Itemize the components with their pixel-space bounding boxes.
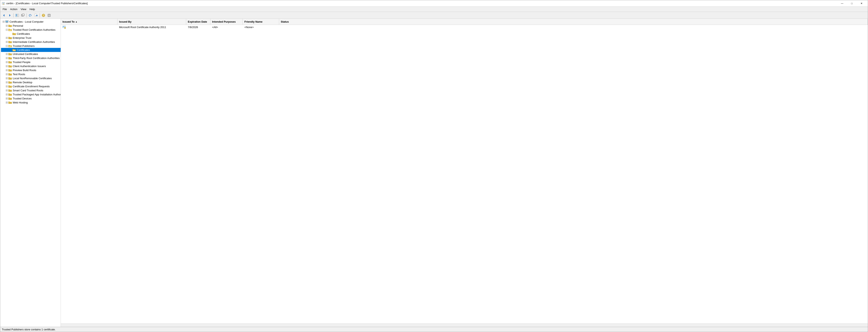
sidebar-item-cert-enrollment[interactable]: Certificate Enrollment Requests	[1, 84, 61, 88]
header-friendly-name[interactable]: Friendly Name	[243, 19, 279, 25]
trusted-publishers-certs-expander[interactable]	[9, 48, 12, 52]
client-auth-expander[interactable]	[5, 64, 8, 68]
enterprise-trust-folder-icon	[8, 36, 12, 39]
tree-root-node[interactable]: Certificates - Local Computer	[1, 20, 61, 24]
sidebar-item-trusted-publishers-certs[interactable]: Certificates	[1, 48, 61, 52]
cert-row-icon	[62, 26, 66, 29]
app-icon	[2, 2, 5, 5]
help-button[interactable]: ?	[41, 13, 46, 18]
maximize-button[interactable]: □	[847, 1, 857, 6]
sidebar-item-trusted-packaged[interactable]: Trusted Packaged App Installation Author…	[1, 92, 61, 96]
sidebar-item-trusted-publishers[interactable]: Trusted Publishers	[1, 44, 61, 48]
smart-card-label: Smart Card Trusted Roots	[13, 89, 43, 92]
refresh-button[interactable]	[28, 13, 33, 18]
svg-rect-29	[6, 21, 8, 22]
web-hosting-expander[interactable]	[5, 101, 8, 104]
remote-desktop-folder-icon	[8, 80, 12, 84]
trusted-devices-folder-icon	[8, 97, 12, 100]
trusted-publishers-expander[interactable]	[5, 44, 8, 47]
export-button[interactable]	[33, 13, 39, 18]
cert-enrollment-label: Certificate Enrollment Requests	[13, 85, 50, 88]
list-header: Issued To ▲ Issued By Expiration Date In…	[61, 19, 868, 25]
list-content: Microsoft Root Certificate Authority 201…	[61, 25, 868, 324]
trusted-publishers-folder-icon	[8, 44, 12, 47]
svg-rect-3	[3, 3, 4, 3]
trusted-packaged-expander[interactable]	[5, 93, 8, 96]
test-roots-label: Test Roots	[13, 73, 25, 76]
sidebar-item-remote-desktop[interactable]: Remote Desktop	[1, 80, 61, 84]
preview-build-expander[interactable]	[5, 68, 8, 72]
sidebar-item-personal[interactable]: Personal	[1, 24, 61, 28]
header-int-purpose[interactable]: Intended Purposes	[211, 19, 243, 25]
sidebar-item-intermediate[interactable]: Intermediate Certification Authorities	[1, 40, 61, 44]
trusted-packaged-label: Trusted Packaged App Installation Author…	[13, 93, 61, 96]
svg-point-2	[3, 4, 4, 4]
header-issued-to[interactable]: Issued To ▲	[61, 19, 118, 25]
untrusted-folder-icon	[8, 52, 12, 56]
header-exp-date[interactable]: Expiration Date	[186, 19, 211, 25]
sidebar-item-preview-build[interactable]: Preview Build Roots	[1, 68, 61, 72]
sidebar-item-trusted-root-certs[interactable]: Certificates	[1, 32, 61, 36]
enterprise-trust-expander[interactable]	[5, 36, 8, 39]
root-computer-icon	[5, 20, 9, 23]
trusted-root-certs-expander[interactable]	[9, 32, 12, 35]
sidebar-item-client-auth[interactable]: Client Authentication Issuers	[1, 64, 61, 68]
trusted-people-expander[interactable]	[5, 60, 8, 64]
sidebar-item-trusted-root[interactable]: Trusted Root Certification Authorities	[1, 28, 61, 32]
sidebar-item-web-hosting[interactable]: Web Hosting	[1, 100, 61, 104]
svg-marker-5	[3, 14, 4, 16]
sort-arrow-issued-to: ▲	[75, 21, 78, 23]
remote-desktop-expander[interactable]	[5, 80, 8, 84]
local-nonremovable-expander[interactable]	[5, 76, 8, 80]
svg-rect-13	[22, 14, 24, 16]
menu-item-help[interactable]: Help	[28, 7, 37, 11]
back-button[interactable]	[1, 13, 7, 18]
test-roots-folder-icon	[8, 72, 12, 76]
untrusted-expander[interactable]	[5, 52, 8, 56]
intermediate-expander[interactable]	[5, 40, 8, 43]
tree-items: Personal Trusted Root Certification Auth…	[1, 24, 61, 104]
table-row[interactable]: Microsoft Root Certificate Authority 201…	[61, 25, 868, 29]
cell-issued-by: Microsoft Root Certificate Authority 201…	[118, 25, 186, 29]
sidebar-item-third-party-root[interactable]: Third-Party Root Certification Authoriti…	[1, 56, 61, 60]
close-button[interactable]: ✕	[857, 1, 866, 6]
header-status[interactable]: Status	[279, 19, 868, 25]
third-party-root-expander[interactable]	[5, 56, 8, 60]
main-area: Certificates - Local Computer Personal T…	[0, 19, 868, 327]
right-panel: Issued To ▲ Issued By Expiration Date In…	[61, 19, 868, 327]
menu-item-action[interactable]: Action	[8, 7, 19, 11]
menu-item-view[interactable]: View	[19, 7, 28, 11]
tree-root-label: Certificates - Local Computer	[9, 20, 43, 23]
header-issued-by[interactable]: Issued By	[118, 19, 186, 25]
sidebar-item-untrusted[interactable]: Untrusted Certificates	[1, 52, 61, 56]
personal-folder-icon	[8, 24, 12, 27]
title-bar: certlm - [Certificates - Local Computer\…	[0, 0, 868, 7]
new-window-button[interactable]	[20, 13, 26, 18]
window-title: certlm - [Certificates - Local Computer\…	[6, 2, 88, 5]
svg-rect-30	[6, 23, 8, 23]
web-hosting-label: Web Hosting	[13, 101, 28, 104]
sidebar-item-smart-card[interactable]: Smart Card Trusted Roots	[1, 88, 61, 92]
preview-build-folder-icon	[8, 68, 12, 72]
trusted-root-expander[interactable]	[5, 28, 8, 31]
personal-expander[interactable]	[5, 24, 8, 27]
sidebar-item-trusted-devices[interactable]: Trusted Devices	[1, 96, 61, 100]
cert-enrollment-expander[interactable]	[5, 85, 8, 88]
enterprise-trust-label: Enterprise Trust	[13, 36, 31, 39]
minimize-button[interactable]: —	[837, 1, 847, 6]
forward-button[interactable]	[7, 13, 12, 18]
menu-item-file[interactable]: File	[1, 7, 8, 11]
properties-button[interactable]	[46, 13, 52, 18]
trusted-devices-expander[interactable]	[5, 97, 8, 100]
sidebar-item-test-roots[interactable]: Test Roots	[1, 72, 61, 76]
status-bar: Trusted Publishers store contains 1 cert…	[0, 327, 868, 332]
horizontal-scrollbar[interactable]	[61, 324, 868, 327]
smart-card-expander[interactable]	[5, 89, 8, 92]
show-hide-button[interactable]	[14, 13, 20, 18]
cell-int-purpose: <All>	[211, 25, 243, 29]
svg-point-88	[64, 27, 66, 29]
sidebar-item-enterprise-trust[interactable]: Enterprise Trust	[1, 36, 61, 40]
test-roots-expander[interactable]	[5, 72, 8, 76]
sidebar-item-trusted-people[interactable]: Trusted People	[1, 60, 61, 64]
sidebar-item-local-nonremovable[interactable]: Local NonRemovable Certificates	[1, 76, 61, 80]
